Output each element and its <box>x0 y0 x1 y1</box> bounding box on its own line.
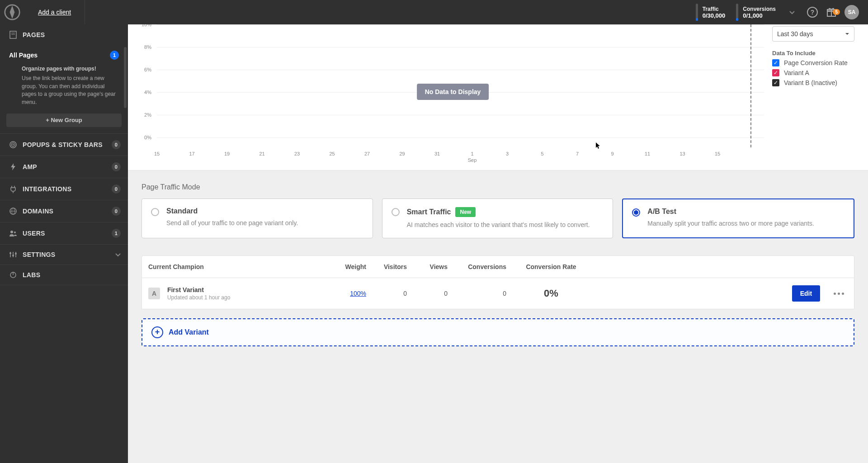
sidebar-item-integrations[interactable]: INTEGRATIONS 0 <box>0 178 128 200</box>
traffic-metric: Traffic 0/30,000 <box>690 0 731 24</box>
sidebar-item-users[interactable]: USERS 1 <box>0 222 128 244</box>
variant-meta: Updated about 1 hour ago <box>167 294 230 301</box>
conversions-label: Conversions <box>743 6 776 12</box>
yaxis-tick: 4% <box>144 90 151 95</box>
add-client-link[interactable]: Add a client <box>38 9 71 16</box>
mode-card-desc: Send all of your traffic to one page var… <box>166 219 298 228</box>
sidebar-item-labs[interactable]: LABS <box>0 265 128 285</box>
xaxis-tick: 17 <box>189 151 194 156</box>
sidebar-item-label: PAGES <box>23 31 121 38</box>
avatar[interactable]: SA <box>844 5 859 19</box>
no-data-badge: No Data to Display <box>417 84 489 100</box>
checkbox-icon: ✓ <box>772 59 779 66</box>
traffic-label: Traffic <box>703 6 726 12</box>
include-label: Variant B (Inactive) <box>784 79 837 86</box>
yaxis-tick: 6% <box>144 67 151 72</box>
xaxis-tick: 29 <box>399 151 405 156</box>
divider <box>85 0 85 24</box>
radio-icon <box>151 208 159 216</box>
topbar: Add a client Traffic 0/30,000 Conversion… <box>0 0 868 24</box>
xaxis-tick: 27 <box>364 151 370 156</box>
sidebar-item-settings[interactable]: SETTINGS <box>0 245 128 265</box>
gift-button[interactable]: 5 <box>822 7 841 18</box>
power-icon <box>7 271 19 279</box>
logo[interactable] <box>0 4 24 20</box>
sidebar-item-label: SETTINGS <box>23 251 115 258</box>
yaxis-tick: 0% <box>144 135 151 140</box>
traffic-bar-icon <box>696 4 698 21</box>
chart-plot: 10% 8% 6% 4% 2% 0% 1517192123252729311Se… <box>142 24 764 165</box>
include-label: Variant A <box>784 69 809 76</box>
integrations-count: 0 <box>112 184 121 194</box>
th-rate: Conversion Rate <box>513 256 590 278</box>
metrics-dropdown-icon[interactable] <box>789 8 795 16</box>
svg-point-18 <box>9 252 11 254</box>
xaxis-tick: 31 <box>434 151 440 156</box>
edit-button[interactable]: Edit <box>792 285 820 302</box>
conversions-value: 0/1,000 <box>743 12 776 19</box>
conversions-bar-icon <box>736 4 738 21</box>
bolt-icon <box>7 163 19 171</box>
xaxis-tick: 15 <box>154 151 160 156</box>
amp-count: 0 <box>112 162 121 171</box>
cell-views: 0 <box>413 283 454 304</box>
svg-rect-6 <box>10 31 16 38</box>
sidebar-item-domains[interactable]: DOMAINS 0 <box>0 200 128 222</box>
include-checkbox-row[interactable]: ✓Variant B (Inactive) <box>772 79 854 86</box>
cursor-icon <box>595 142 601 149</box>
variant-tag: A <box>148 288 160 299</box>
users-icon <box>7 230 19 237</box>
mode-card-smart-traffic[interactable]: Smart Traffic New AI matches each visito… <box>382 198 613 238</box>
sidebar: PAGES All Pages 1 Organize pages with gr… <box>0 24 128 463</box>
chevron-down-icon <box>115 251 121 258</box>
sidebar-all-pages[interactable]: All Pages 1 <box>0 45 128 65</box>
variant-name: First Variant <box>167 286 230 293</box>
table-row: A First Variant Updated about 1 hour ago… <box>142 278 854 309</box>
sidebar-item-popups[interactable]: POPUPS & STICKY BARS 0 <box>0 134 128 156</box>
mode-card-title: A/B Test <box>647 208 814 216</box>
yaxis-tick: 8% <box>144 44 151 50</box>
svg-text:?: ? <box>811 9 815 16</box>
table-header: Current Champion Weight Visitors Views C… <box>142 256 854 278</box>
date-range-select[interactable]: Last 30 days <box>772 26 854 42</box>
traffic-value: 0/30,000 <box>703 12 726 19</box>
th-conversions: Conversions <box>454 256 513 278</box>
include-checkbox-row[interactable]: ✓Page Conversion Rate <box>772 59 854 66</box>
xaxis-tick: 19 <box>224 151 230 156</box>
th-views: Views <box>413 256 454 278</box>
svg-point-20 <box>12 255 14 256</box>
xaxis-tick: 3 <box>506 151 509 156</box>
include-checkbox-row[interactable]: ✓Variant A <box>772 69 854 76</box>
all-pages-label: All Pages <box>9 52 110 59</box>
sidebar-item-label: DOMAINS <box>23 208 112 215</box>
yaxis-tick: 10% <box>142 24 151 27</box>
users-count: 1 <box>112 229 121 238</box>
more-actions-button[interactable] <box>830 289 848 298</box>
svg-point-15 <box>10 231 13 233</box>
mode-card-ab-test[interactable]: A/B Test Manually split your traffic acr… <box>622 198 854 238</box>
xaxis-tick: 23 <box>294 151 300 156</box>
sidebar-item-label: INTEGRATIONS <box>23 185 112 193</box>
sidebar-item-label: USERS <box>23 230 112 237</box>
mode-card-desc: Manually split your traffic across two o… <box>647 219 814 228</box>
add-variant-button[interactable]: + Add Variant <box>142 318 854 346</box>
new-group-button[interactable]: + New Group <box>6 113 122 127</box>
help-button[interactable]: ? <box>803 6 822 18</box>
chart-marker-line <box>750 24 751 147</box>
plus-circle-icon: + <box>151 326 163 338</box>
variants-table: Current Champion Weight Visitors Views C… <box>142 255 854 309</box>
sidebar-item-pages[interactable]: PAGES <box>0 24 128 45</box>
th-visitors: Visitors <box>373 256 413 278</box>
sidebar-item-amp[interactable]: AMP 0 <box>0 156 128 178</box>
checkbox-icon: ✓ <box>772 69 779 76</box>
th-weight: Weight <box>332 256 373 278</box>
pages-icon <box>7 31 19 39</box>
mode-card-standard[interactable]: Standard Send all of your traffic to one… <box>142 198 373 238</box>
weight-link[interactable]: 100% <box>350 290 366 297</box>
mode-card-desc: AI matches each visitor to the variant t… <box>407 221 590 230</box>
new-badge: New <box>455 207 476 217</box>
sliders-icon <box>7 251 19 258</box>
mode-card-title: Smart Traffic New <box>407 207 590 217</box>
main-content: 10% 8% 6% 4% 2% 0% 1517192123252729311Se… <box>128 24 868 463</box>
traffic-mode-section: Page Traffic Mode Standard Send all of y… <box>128 170 868 251</box>
